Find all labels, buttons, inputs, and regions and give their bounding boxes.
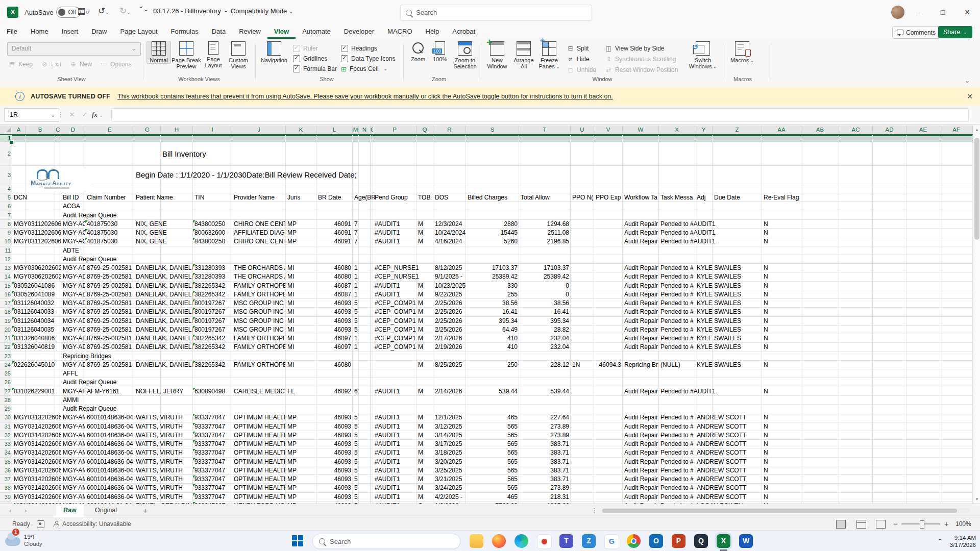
cell-X10[interactable]: Pended to #AUDIT1 bbox=[660, 237, 715, 246]
cell-P9[interactable]: #AUDIT1 bbox=[375, 229, 416, 237]
cell-P21[interactable]: #CEP_COMP1 bbox=[375, 334, 416, 343]
unhide-button[interactable]: ◻Unhide bbox=[567, 64, 596, 75]
cell-S9[interactable]: 15445 bbox=[501, 229, 518, 237]
cell-D30[interactable]: MGY-AMMI bbox=[63, 413, 85, 422]
cell-I30[interactable]: 933377047 bbox=[194, 413, 225, 422]
cell-J15[interactable]: FAMILY ORTHOPEDIC bbox=[234, 282, 285, 290]
cell-Q24[interactable]: M bbox=[418, 361, 423, 369]
cell-A15[interactable]: 030526041086 bbox=[14, 282, 61, 290]
cell-E9[interactable]: 401875030 bbox=[87, 229, 117, 237]
cell-A36[interactable]: MGY0314202606 bbox=[14, 466, 61, 475]
cell-P32[interactable]: #AUDIT1 bbox=[375, 431, 416, 440]
cell-D32[interactable]: MGY-AMMI bbox=[63, 431, 85, 440]
cell-AA35[interactable]: N bbox=[764, 458, 768, 466]
cell-I22[interactable]: 382265342 bbox=[194, 343, 225, 352]
cell-S40[interactable]: 7766.83 bbox=[496, 502, 518, 504]
horizontal-scrollbar[interactable] bbox=[601, 508, 970, 513]
sheet-tab-raw[interactable]: Raw bbox=[56, 504, 84, 518]
cell-M22[interactable]: 1 bbox=[354, 343, 358, 352]
tab-review[interactable]: Review bbox=[232, 24, 267, 39]
cell-A16[interactable]: 030526041089 bbox=[14, 290, 61, 299]
cell-AA13[interactable]: N bbox=[764, 264, 768, 272]
cell-D40[interactable]: MGY-AMMI bbox=[63, 502, 85, 504]
row-number-20[interactable]: 20 bbox=[0, 325, 11, 334]
cell-M32[interactable]: 5 bbox=[354, 431, 358, 440]
cell-D38[interactable]: MGY-AMMI bbox=[63, 484, 85, 492]
sheet-next-icon[interactable]: › bbox=[24, 504, 27, 517]
enter-icon[interactable]: ✓ bbox=[79, 108, 90, 121]
undo-button[interactable]: ↺⌄ bbox=[97, 6, 110, 16]
focus-cell-button[interactable]: ⊞Focus Cell⌄ bbox=[341, 64, 396, 74]
row-number-4[interactable]: 4 bbox=[0, 184, 11, 193]
cell-T8[interactable]: 1294.68 bbox=[547, 220, 569, 229]
cell-G33[interactable]: WATTS, VIRUTH bbox=[136, 440, 192, 448]
cell-E19[interactable]: 8769-25-002581 bbox=[87, 317, 134, 325]
view-side-by-side-button[interactable]: ◫View Side by Side bbox=[605, 43, 678, 54]
cell-D11[interactable]: ADTE bbox=[63, 246, 79, 255]
cell-K32[interactable]: MP bbox=[287, 431, 297, 440]
cell-Q8[interactable]: M bbox=[418, 220, 423, 229]
cell-A20[interactable]: 031126040035 bbox=[14, 325, 61, 334]
cell-A9[interactable]: MGY0311202606 bbox=[14, 229, 61, 237]
cell-K35[interactable]: MP bbox=[287, 458, 297, 466]
edge-icon[interactable] bbox=[514, 534, 528, 548]
cell-L13[interactable]: 46080 bbox=[334, 264, 351, 272]
column-header-P[interactable]: P bbox=[373, 126, 416, 133]
row-number-19[interactable]: 19 bbox=[0, 317, 11, 325]
cell-G15[interactable]: DANEILAK, DANIELLE bbox=[136, 282, 192, 290]
cell-E5[interactable]: Claim Number bbox=[87, 193, 126, 202]
collapse-ribbon-icon[interactable]: ⌄ bbox=[965, 77, 970, 84]
column-header-H[interactable]: H bbox=[161, 126, 193, 133]
cancel-icon[interactable]: ✕ bbox=[66, 108, 78, 121]
cell-L19[interactable]: 46093 bbox=[334, 317, 351, 325]
maximize-button[interactable]: □ bbox=[931, 0, 954, 24]
new-window-button[interactable]: New Window bbox=[484, 41, 510, 69]
cell-R17[interactable]: 2/25/2026 bbox=[435, 299, 465, 308]
cell-D31[interactable]: MGY-AMMI bbox=[63, 422, 85, 431]
reset-window-position-button[interactable]: ⇄Reset Window Position bbox=[605, 64, 678, 75]
cell-D18[interactable]: MGY-ADTE bbox=[63, 308, 85, 316]
row-number-36[interactable]: 36 bbox=[0, 466, 11, 475]
cell-AA9[interactable]: N bbox=[764, 229, 768, 237]
cell-Y16[interactable]: KYLE SWAILES bbox=[697, 290, 741, 299]
cell-J19[interactable]: MSC GROUP INC bbox=[234, 317, 285, 325]
cell-L33[interactable]: 46093 bbox=[334, 440, 351, 448]
cell-K38[interactable]: MP bbox=[287, 484, 297, 492]
add-sheet-button[interactable]: + bbox=[143, 504, 148, 517]
cell-P10[interactable]: #AUDIT1 bbox=[375, 237, 416, 246]
cell-D37[interactable]: MGY-AMMI bbox=[63, 475, 85, 484]
cell-T39[interactable]: 218.31 bbox=[550, 493, 569, 502]
cell-J10[interactable]: CHIRO ONE CENTERS bbox=[234, 237, 285, 246]
cell-AA21[interactable]: N bbox=[764, 334, 768, 343]
cell-R22[interactable]: 2/19/2026 bbox=[435, 343, 465, 352]
cell-J34[interactable]: OPTIMUM HEALTH bbox=[234, 448, 285, 457]
cell-T36[interactable]: 383.71 bbox=[550, 466, 569, 475]
cell-W17[interactable]: Audit Repair bbox=[624, 299, 658, 308]
cell-X14[interactable]: Pended to # bbox=[660, 272, 695, 281]
cell-I33[interactable]: 933377047 bbox=[194, 440, 225, 448]
cell-L27[interactable]: 46092 bbox=[334, 387, 351, 396]
minimize-button[interactable]: – bbox=[906, 0, 930, 24]
cell-A39[interactable]: MGY0314202606 bbox=[14, 493, 61, 502]
cell-L9[interactable]: 46091 bbox=[334, 229, 351, 237]
cell-A32[interactable]: MGY0314202606 bbox=[14, 431, 61, 440]
cell-J22[interactable]: FAMILY ORTHOPEDIC bbox=[234, 343, 285, 352]
cell-E15[interactable]: 8769-25-002581 bbox=[87, 282, 134, 290]
chrome-icon[interactable] bbox=[627, 534, 641, 548]
cell-M15[interactable]: 1 bbox=[354, 282, 358, 290]
column-header-X[interactable]: X bbox=[659, 126, 695, 133]
cell-E24[interactable]: 8769-25-002581 bbox=[87, 361, 134, 369]
cell-Q27[interactable]: M bbox=[418, 387, 423, 396]
cell-I15[interactable]: 382265342 bbox=[194, 282, 225, 290]
cell-W13[interactable]: Audit Repair bbox=[624, 264, 658, 272]
row-number-13[interactable]: 13 bbox=[0, 264, 11, 272]
cell-R33[interactable]: 3/17/2025 bbox=[435, 440, 465, 448]
cell-E34[interactable]: 60010148636-04 bbox=[87, 448, 134, 457]
cell-I16[interactable]: 382265342 bbox=[194, 290, 225, 299]
cell-J20[interactable]: MSC GROUP INC bbox=[234, 325, 285, 334]
zoom-out-icon[interactable]: − bbox=[893, 517, 898, 531]
cell-S33[interactable]: 565 bbox=[507, 440, 518, 448]
cell-G21[interactable]: DANEILAK, DANIELLE bbox=[136, 334, 192, 343]
cell-W14[interactable]: Audit Repair bbox=[624, 272, 658, 281]
cell-R10[interactable]: 4/16/2024 bbox=[435, 237, 465, 246]
